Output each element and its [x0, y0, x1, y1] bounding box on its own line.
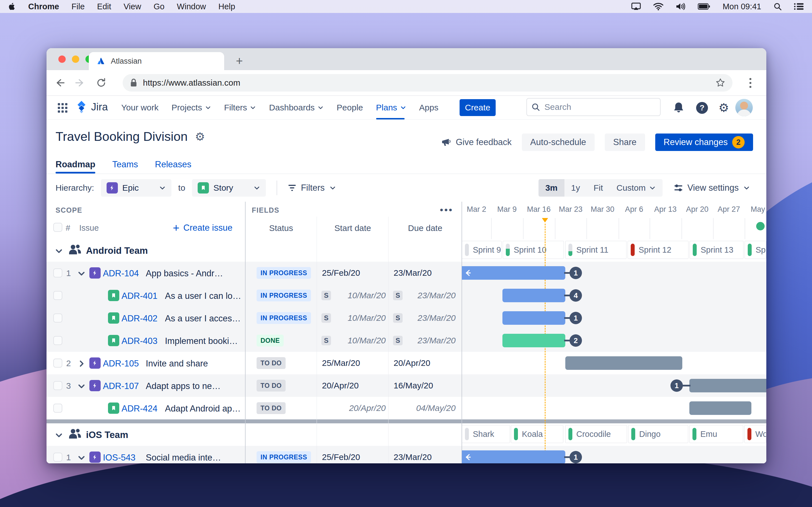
- zoom-option-3m[interactable]: 3m: [539, 179, 564, 196]
- zoom-option-fit[interactable]: Fit: [587, 179, 610, 196]
- row-checkbox[interactable]: [53, 314, 62, 323]
- create-button[interactable]: Create: [460, 99, 496, 116]
- issue-count-badge[interactable]: 1: [569, 451, 582, 463]
- status-lozenge[interactable]: IN PROGRESS: [257, 267, 311, 279]
- start-date-cell[interactable]: S10/Mar/20: [317, 307, 389, 329]
- status-cell[interactable]: TO DO: [245, 374, 317, 397]
- zoom-option-1y[interactable]: 1y: [564, 179, 587, 196]
- status-lozenge[interactable]: TO DO: [257, 357, 286, 369]
- issue-key-link[interactable]: ADR-402: [121, 314, 158, 324]
- status-lozenge[interactable]: IN PROGRESS: [257, 290, 311, 301]
- start-date-cell[interactable]: 25/Feb/20: [317, 446, 389, 463]
- row-checkbox[interactable]: [53, 404, 62, 413]
- url-bar[interactable]: https://www.atlassian.com: [123, 74, 732, 92]
- browser-tab[interactable]: Atlassian: [89, 52, 224, 70]
- menubar-item-view[interactable]: View: [123, 2, 141, 11]
- status-cell[interactable]: TO DO: [245, 352, 317, 374]
- start-date-cell[interactable]: 25/Mar/20: [317, 352, 389, 374]
- menubar-item-help[interactable]: Help: [218, 2, 235, 11]
- app-switcher-icon[interactable]: [58, 103, 67, 113]
- due-date-cell[interactable]: 16/May/20: [389, 374, 462, 397]
- status-lozenge[interactable]: TO DO: [257, 380, 286, 392]
- issue-key-link[interactable]: ADR-105: [103, 358, 139, 369]
- gantt-bar[interactable]: [462, 266, 565, 280]
- gantt-bar[interactable]: [502, 311, 565, 325]
- expand-toggle-icon[interactable]: [76, 452, 87, 463]
- airplay-icon[interactable]: [631, 2, 641, 11]
- nav-item-projects[interactable]: Projects: [171, 96, 211, 119]
- due-date-cell[interactable]: 23/Mar/20: [389, 446, 462, 463]
- issue-count-badge[interactable]: 4: [569, 289, 582, 302]
- spotlight-icon[interactable]: [774, 3, 781, 10]
- nav-item-apps[interactable]: Apps: [419, 96, 439, 119]
- issue-key-link[interactable]: IOS-543: [103, 453, 135, 463]
- back-icon[interactable]: [52, 75, 67, 91]
- nav-item-dashboards[interactable]: Dashboards: [269, 96, 324, 119]
- gantt-bar[interactable]: [462, 450, 565, 463]
- status-cell[interactable]: IN PROGRESS: [245, 262, 317, 284]
- jira-logo[interactable]: Jira: [75, 100, 108, 114]
- issue-key-link[interactable]: ADR-107: [103, 381, 139, 391]
- status-lozenge[interactable]: IN PROGRESS: [257, 451, 311, 463]
- due-date-column-header[interactable]: Due date: [389, 223, 462, 233]
- collapse-team-icon[interactable]: [53, 245, 64, 257]
- expand-toggle-icon[interactable]: [76, 268, 87, 279]
- due-date-cell[interactable]: S23/Mar/20: [389, 284, 462, 307]
- status-cell[interactable]: IN PROGRESS: [245, 446, 317, 463]
- hierarchy-to-select[interactable]: Story: [192, 179, 266, 196]
- status-lozenge[interactable]: IN PROGRESS: [257, 312, 311, 324]
- status-cell[interactable]: IN PROGRESS: [245, 307, 317, 329]
- new-tab-button[interactable]: +: [233, 54, 246, 68]
- due-date-cell[interactable]: 23/Mar/20: [389, 262, 462, 284]
- gantt-bar[interactable]: [689, 401, 751, 415]
- issue-key-link[interactable]: ADR-424: [121, 404, 158, 414]
- tab-roadmap[interactable]: Roadmap: [56, 158, 95, 173]
- issue-count-badge[interactable]: 1: [569, 267, 582, 279]
- search-input[interactable]: [544, 102, 656, 112]
- fields-more-icon[interactable]: •••: [440, 205, 453, 216]
- minimize-window-button[interactable]: [72, 55, 79, 63]
- nav-item-filters[interactable]: Filters: [224, 96, 256, 119]
- nav-item-plans[interactable]: Plans: [376, 96, 406, 119]
- give-feedback-button[interactable]: Give feedback: [441, 137, 511, 147]
- filters-button[interactable]: Filters: [288, 183, 336, 193]
- issue-key-link[interactable]: ADR-403: [121, 336, 158, 346]
- nav-item-your-work[interactable]: Your work: [121, 96, 158, 119]
- view-settings-button[interactable]: View settings: [674, 183, 750, 193]
- user-avatar[interactable]: [735, 99, 753, 116]
- nav-item-people[interactable]: People: [337, 96, 363, 119]
- row-checkbox[interactable]: [53, 453, 62, 462]
- hierarchy-from-select[interactable]: Epic: [101, 179, 171, 196]
- apple-icon[interactable]: [8, 2, 16, 11]
- due-date-cell[interactable]: 04/May/20: [389, 397, 462, 419]
- status-lozenge[interactable]: TO DO: [257, 402, 286, 414]
- issue-key-link[interactable]: ADR-401: [121, 291, 158, 301]
- menubar-item-edit[interactable]: Edit: [97, 2, 111, 11]
- issue-count-badge[interactable]: 1: [670, 379, 683, 392]
- row-checkbox[interactable]: [53, 358, 62, 368]
- gantt-bar[interactable]: [502, 289, 565, 302]
- tab-teams[interactable]: Teams: [112, 158, 138, 173]
- browser-menu-icon[interactable]: [744, 76, 757, 89]
- bookmark-star-icon[interactable]: [716, 78, 725, 88]
- url-text[interactable]: https://www.atlassian.com: [143, 78, 710, 88]
- status-cell[interactable]: DONE: [245, 329, 317, 352]
- issue-key-link[interactable]: ADR-104: [103, 269, 139, 279]
- row-checkbox[interactable]: [53, 381, 62, 390]
- release-marker[interactable]: [756, 222, 765, 230]
- start-date-cell[interactable]: S10/Mar/20: [317, 329, 389, 352]
- menubar-item-window[interactable]: Window: [177, 2, 206, 11]
- collapse-team-icon[interactable]: [53, 430, 64, 441]
- due-date-cell[interactable]: S23/Mar/20: [389, 307, 462, 329]
- due-date-cell[interactable]: 20/Apr/20: [389, 352, 462, 374]
- row-checkbox[interactable]: [53, 336, 62, 345]
- status-lozenge[interactable]: DONE: [257, 335, 284, 346]
- due-date-cell[interactable]: S23/Mar/20: [389, 329, 462, 352]
- gantt-bar[interactable]: [502, 334, 565, 347]
- help-icon[interactable]: ?: [696, 101, 709, 114]
- auto-schedule-button[interactable]: Auto-schedule: [522, 133, 595, 151]
- expand-toggle-icon[interactable]: [76, 381, 87, 392]
- start-date-cell[interactable]: 20/Apr/20: [317, 397, 389, 419]
- issue-count-badge[interactable]: 1: [569, 312, 582, 324]
- status-cell[interactable]: IN PROGRESS: [245, 284, 317, 307]
